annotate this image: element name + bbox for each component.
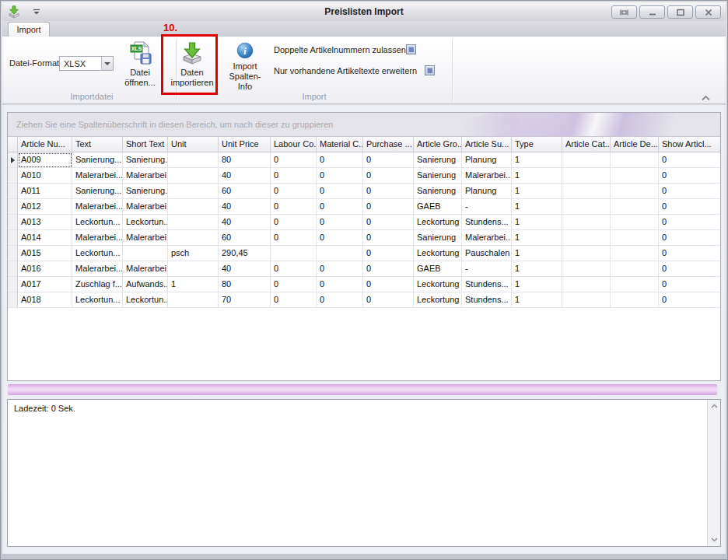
vertical-scrollbar[interactable] <box>707 400 720 546</box>
scroll-up-button[interactable] <box>708 400 720 412</box>
table-cell[interactable]: 0 <box>271 168 317 184</box>
table-cell[interactable]: 0 <box>659 215 721 230</box>
column-header[interactable]: Type <box>512 137 562 152</box>
table-cell[interactable]: 0 <box>317 277 363 292</box>
table-cell[interactable]: 40 <box>219 215 271 230</box>
table-cell[interactable] <box>168 199 219 215</box>
table-cell[interactable]: Malerarbei... <box>462 230 512 246</box>
table-cell[interactable] <box>562 184 611 199</box>
table-cell[interactable]: 0 <box>363 184 414 199</box>
table-cell[interactable]: 0 <box>363 152 414 168</box>
table-cell[interactable]: Sanierung... <box>72 184 123 199</box>
table-cell[interactable]: Sanierung... <box>123 152 168 168</box>
row-indicator[interactable] <box>8 230 18 246</box>
table-cell[interactable]: Leckortun... <box>123 292 168 308</box>
table-cell[interactable]: 0 <box>659 184 721 199</box>
table-cell[interactable]: A017 <box>18 277 72 292</box>
column-header[interactable]: Purchase ... <box>363 137 414 152</box>
table-cell[interactable]: Sanierung <box>414 184 462 199</box>
table-cell[interactable]: 0 <box>659 230 721 246</box>
table-cell[interactable]: 0 <box>271 230 317 246</box>
scroll-down-button[interactable] <box>708 534 720 546</box>
table-cell[interactable]: 0 <box>317 230 363 246</box>
table-cell[interactable] <box>611 246 659 261</box>
table-cell[interactable]: Malerarbei... <box>462 168 512 184</box>
table-cell[interactable]: 80 <box>219 152 271 168</box>
table-cell[interactable]: 0 <box>271 292 317 308</box>
column-header[interactable]: Article Nu... <box>18 137 72 152</box>
table-cell[interactable]: Leckortun... <box>72 246 123 261</box>
table-cell[interactable]: Sanierung <box>414 230 462 246</box>
table-cell[interactable]: Planung <box>462 152 512 168</box>
table-cell[interactable]: 290,45 <box>219 246 271 261</box>
table-cell[interactable]: 0 <box>271 199 317 215</box>
table-cell[interactable]: Leckortung <box>414 292 462 308</box>
table-cell[interactable]: 1 <box>512 199 562 215</box>
row-indicator[interactable] <box>8 277 18 292</box>
table-cell[interactable]: 0 <box>317 168 363 184</box>
table-cell[interactable] <box>611 261 659 277</box>
open-file-button[interactable]: XLS Datei öffnen... <box>117 40 163 92</box>
table-cell[interactable]: 1 <box>512 277 562 292</box>
table-cell[interactable] <box>562 277 611 292</box>
table-cell[interactable] <box>611 277 659 292</box>
table-cell[interactable] <box>168 152 219 168</box>
table-cell[interactable]: Malerarbei... <box>72 168 123 184</box>
table-cell[interactable]: Sanierung... <box>123 184 168 199</box>
table-cell[interactable]: Leckortun... <box>123 215 168 230</box>
splitter-bar[interactable] <box>8 384 717 395</box>
table-cell[interactable]: Malerarbei... <box>72 261 123 277</box>
table-cell[interactable] <box>611 199 659 215</box>
table-cell[interactable] <box>168 184 219 199</box>
table-cell[interactable]: 0 <box>363 277 414 292</box>
table-cell[interactable]: 1 <box>512 292 562 308</box>
table-cell[interactable]: 60 <box>219 184 271 199</box>
quick-access-dropdown-icon[interactable] <box>32 8 41 16</box>
table-cell[interactable]: 0 <box>271 215 317 230</box>
table-cell[interactable] <box>168 215 219 230</box>
table-cell[interactable]: 0 <box>363 215 414 230</box>
table-cell[interactable]: 60 <box>219 230 271 246</box>
row-indicator[interactable] <box>8 215 18 230</box>
table-cell[interactable]: 1 <box>168 277 219 292</box>
table-cell[interactable]: Aufwands... <box>123 277 168 292</box>
table-cell[interactable]: 0 <box>317 184 363 199</box>
row-indicator[interactable] <box>8 199 18 215</box>
file-format-select[interactable]: XLSX <box>59 56 114 71</box>
ribbon-collapse-button[interactable] <box>700 91 712 100</box>
table-cell[interactable] <box>611 152 659 168</box>
table-cell[interactable]: 40 <box>219 261 271 277</box>
table-cell[interactable]: Leckortung <box>414 277 462 292</box>
table-cell[interactable]: Malerarbei... <box>123 199 168 215</box>
table-cell[interactable]: Malerarbei... <box>123 261 168 277</box>
table-cell[interactable]: 0 <box>659 168 721 184</box>
table-cell[interactable]: 0 <box>271 152 317 168</box>
table-cell[interactable]: 40 <box>219 199 271 215</box>
table-cell[interactable]: 0 <box>317 199 363 215</box>
table-cell[interactable]: A009 <box>18 152 72 168</box>
table-cell[interactable] <box>168 292 219 308</box>
table-cell[interactable]: 1 <box>512 215 562 230</box>
table-cell[interactable]: 1 <box>512 152 562 168</box>
table-cell[interactable] <box>562 230 611 246</box>
minimize-button[interactable] <box>639 5 665 19</box>
row-indicator[interactable] <box>8 152 18 168</box>
column-header[interactable]: Article Cat... <box>562 137 611 152</box>
table-cell[interactable] <box>271 246 317 261</box>
table-cell[interactable]: Stundens... <box>462 277 512 292</box>
table-cell[interactable]: 1 <box>512 168 562 184</box>
column-header[interactable]: Text <box>72 137 123 152</box>
group-by-bar[interactable]: Ziehen Sie eine Spaltenüberschrift in di… <box>8 113 720 137</box>
table-cell[interactable]: GAEB <box>414 199 462 215</box>
table-cell[interactable] <box>562 199 611 215</box>
table-cell[interactable]: A010 <box>18 168 72 184</box>
row-indicator[interactable] <box>8 168 18 184</box>
maximize-button[interactable] <box>667 5 693 19</box>
column-header[interactable]: Short Text <box>123 137 168 152</box>
table-cell[interactable]: 0 <box>659 152 721 168</box>
table-cell[interactable] <box>168 261 219 277</box>
table-cell[interactable]: Malerarbei... <box>72 230 123 246</box>
table-cell[interactable]: A013 <box>18 215 72 230</box>
table-cell[interactable]: 0 <box>317 292 363 308</box>
table-cell[interactable]: Sanierung <box>414 152 462 168</box>
